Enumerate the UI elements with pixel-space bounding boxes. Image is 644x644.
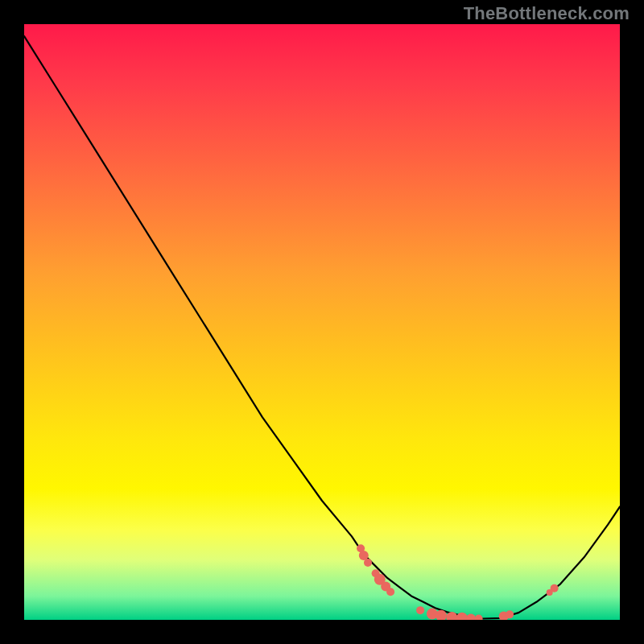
- data-marker: [386, 588, 394, 596]
- data-marker: [466, 614, 476, 620]
- attribution-text: TheBottleneck.com: [464, 3, 630, 24]
- plot-area: [24, 24, 620, 620]
- data-marker: [416, 606, 424, 614]
- marker-group: [357, 544, 558, 620]
- data-marker: [364, 559, 372, 567]
- data-marker: [475, 615, 483, 620]
- chart-frame: TheBottleneck.com: [0, 0, 644, 644]
- data-marker: [506, 610, 514, 618]
- data-marker: [456, 613, 468, 620]
- chart-svg: [24, 24, 620, 620]
- data-marker: [551, 584, 559, 592]
- bottleneck-curve: [24, 36, 620, 619]
